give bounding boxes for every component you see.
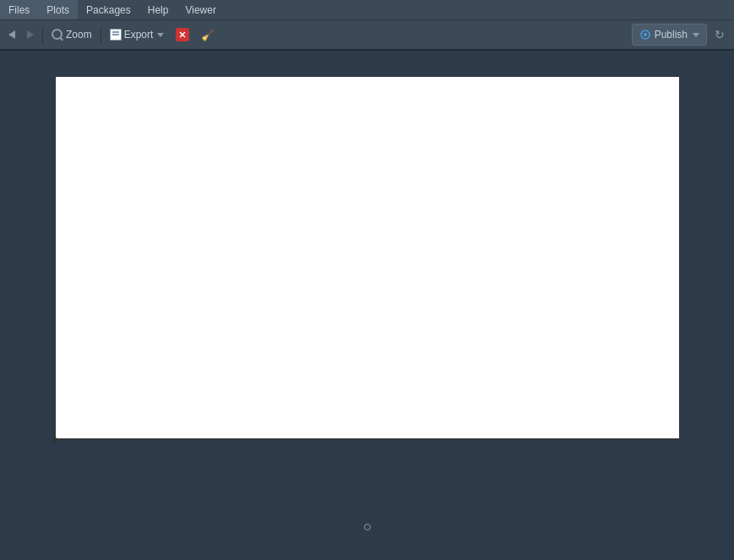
center-circle-indicator bbox=[364, 524, 371, 530]
zoom-icon bbox=[52, 29, 63, 41]
menu-viewer[interactable]: Viewer bbox=[177, 0, 224, 19]
separator-1 bbox=[42, 26, 43, 43]
publish-icon bbox=[639, 29, 651, 41]
publish-dropdown-arrow-icon bbox=[693, 33, 699, 37]
refresh-button[interactable]: ↻ bbox=[709, 24, 731, 46]
broom-icon: 🧹 bbox=[201, 29, 215, 41]
x-icon bbox=[178, 30, 187, 39]
publish-label: Publish bbox=[655, 29, 688, 41]
menu-plots[interactable]: Plots bbox=[38, 0, 78, 19]
menu-bar: Files Plots Packages Help Viewer bbox=[0, 0, 734, 20]
menu-packages[interactable]: Packages bbox=[78, 0, 139, 19]
toolbar: Zoom Export 🧹 Publish ↻ bbox=[0, 20, 734, 51]
delete-plots-button[interactable] bbox=[171, 24, 194, 46]
refresh-icon: ↻ bbox=[715, 28, 725, 41]
plot-canvas bbox=[55, 76, 680, 439]
zoom-label: Zoom bbox=[66, 29, 92, 41]
svg-point-3 bbox=[644, 33, 647, 36]
export-dropdown-arrow-icon bbox=[157, 33, 164, 37]
delete-icon bbox=[176, 28, 189, 41]
export-label: Export bbox=[124, 29, 154, 41]
zoom-button[interactable]: Zoom bbox=[46, 24, 97, 46]
separator-2 bbox=[101, 26, 101, 43]
publish-button[interactable]: Publish bbox=[632, 24, 707, 46]
back-button[interactable] bbox=[3, 24, 20, 46]
plot-corner-dot bbox=[52, 438, 57, 443]
export-button[interactable]: Export bbox=[105, 24, 170, 46]
export-icon bbox=[110, 29, 122, 41]
clear-button[interactable]: 🧹 bbox=[196, 24, 220, 46]
forward-button[interactable] bbox=[22, 24, 39, 46]
back-arrow-icon bbox=[8, 30, 15, 39]
menu-files[interactable]: Files bbox=[0, 0, 38, 19]
menu-help[interactable]: Help bbox=[139, 0, 177, 19]
forward-arrow-icon bbox=[27, 30, 34, 39]
main-content bbox=[0, 51, 734, 560]
